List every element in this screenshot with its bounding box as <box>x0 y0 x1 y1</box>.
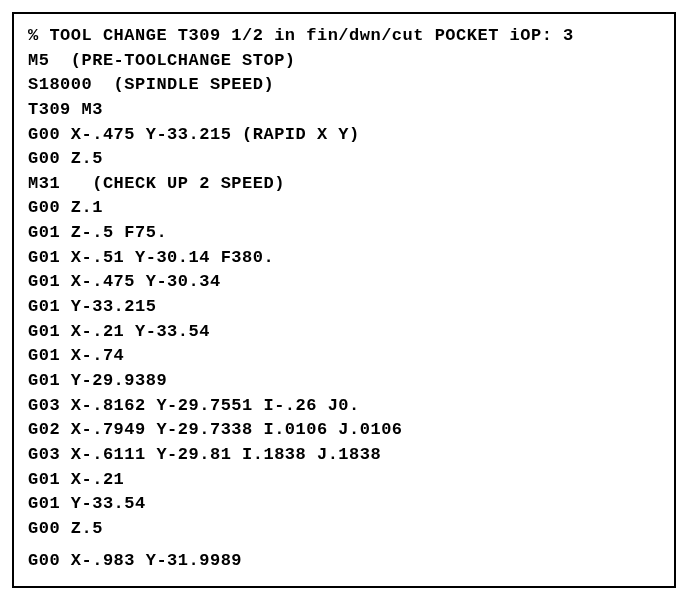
code-line: G01 X-.475 Y-30.34 <box>28 270 660 295</box>
code-line: G00 X-.983 Y-31.9989 <box>28 549 660 574</box>
code-line: G01 Y-29.9389 <box>28 369 660 394</box>
code-line: G01 Z-.5 F75. <box>28 221 660 246</box>
code-line: T309 M3 <box>28 98 660 123</box>
code-line: G00 Z.5 <box>28 147 660 172</box>
code-line: G01 Y-33.54 <box>28 492 660 517</box>
code-line: G01 X-.21 <box>28 468 660 493</box>
code-line: M31 (CHECK UP 2 SPEED) <box>28 172 660 197</box>
code-line: G01 X-.51 Y-30.14 F380. <box>28 246 660 271</box>
code-line: G03 X-.6111 Y-29.81 I.1838 J.1838 <box>28 443 660 468</box>
code-line: G01 X-.74 <box>28 344 660 369</box>
code-line: G01 Y-33.215 <box>28 295 660 320</box>
code-line: % TOOL CHANGE T309 1/2 in fin/dwn/cut PO… <box>28 24 660 49</box>
code-line: G00 Z.5 <box>28 517 660 542</box>
code-line: G01 X-.21 Y-33.54 <box>28 320 660 345</box>
code-line: G00 X-.475 Y-33.215 (RAPID X Y) <box>28 123 660 148</box>
code-line: S18000 (SPINDLE SPEED) <box>28 73 660 98</box>
code-line: G02 X-.7949 Y-29.7338 I.0106 J.0106 <box>28 418 660 443</box>
code-line: G00 Z.1 <box>28 196 660 221</box>
code-line: M5 (PRE-TOOLCHANGE STOP) <box>28 49 660 74</box>
code-line: G03 X-.8162 Y-29.7551 I-.26 J0. <box>28 394 660 419</box>
gcode-listing: % TOOL CHANGE T309 1/2 in fin/dwn/cut PO… <box>12 12 676 588</box>
